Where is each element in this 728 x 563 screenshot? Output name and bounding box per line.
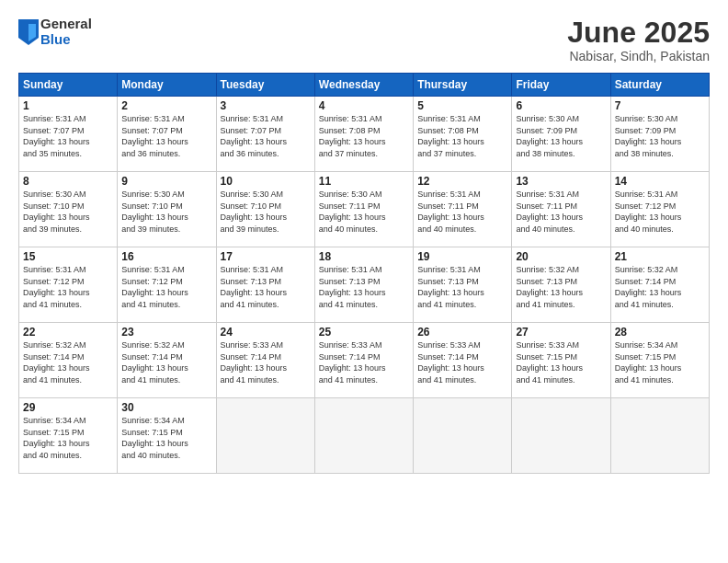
calendar-day-cell: 14Sunrise: 5:31 AMSunset: 7:12 PMDayligh… <box>610 172 709 247</box>
month-title: June 2025 <box>567 17 710 49</box>
day-number: 2 <box>121 99 211 112</box>
calendar-day-cell: 2Sunrise: 5:31 AMSunset: 7:07 PMDaylight… <box>118 97 216 172</box>
day-number: 11 <box>319 175 409 188</box>
day-info: Sunrise: 5:32 AMSunset: 7:14 PMDaylight:… <box>23 339 113 385</box>
day-number: 19 <box>417 250 507 263</box>
day-info: Sunrise: 5:31 AMSunset: 7:11 PMDaylight:… <box>516 189 606 235</box>
logo-text: General Blue <box>40 17 92 47</box>
day-number: 24 <box>221 326 311 339</box>
calendar-day-cell <box>216 398 314 474</box>
calendar-day-cell: 17Sunrise: 5:31 AMSunset: 7:13 PMDayligh… <box>216 247 314 323</box>
day-info: Sunrise: 5:31 AMSunset: 7:13 PMDaylight:… <box>221 264 311 310</box>
day-number: 5 <box>417 99 507 112</box>
day-number: 13 <box>516 175 606 188</box>
calendar-day-cell: 6Sunrise: 5:30 AMSunset: 7:09 PMDaylight… <box>512 97 610 172</box>
day-number: 27 <box>516 326 606 339</box>
day-info: Sunrise: 5:33 AMSunset: 7:15 PMDaylight:… <box>516 339 606 385</box>
day-info: Sunrise: 5:33 AMSunset: 7:14 PMDaylight:… <box>221 339 311 385</box>
calendar-day-cell <box>610 398 709 474</box>
calendar-day-cell: 3Sunrise: 5:31 AMSunset: 7:07 PMDaylight… <box>216 97 314 172</box>
day-info: Sunrise: 5:32 AMSunset: 7:14 PMDaylight:… <box>615 264 705 310</box>
logo: General Blue <box>18 17 92 47</box>
header: General Blue June 2025 Nabisar, Sindh, P… <box>18 17 710 63</box>
calendar-day-cell: 20Sunrise: 5:32 AMSunset: 7:13 PMDayligh… <box>512 247 610 323</box>
page: General Blue June 2025 Nabisar, Sindh, P… <box>0 0 728 563</box>
day-info: Sunrise: 5:30 AMSunset: 7:10 PMDaylight:… <box>221 189 311 235</box>
day-number: 30 <box>121 401 211 414</box>
location: Nabisar, Sindh, Pakistan <box>567 49 710 63</box>
calendar-day-cell: 7Sunrise: 5:30 AMSunset: 7:09 PMDaylight… <box>610 97 709 172</box>
day-number: 20 <box>516 250 606 263</box>
day-number: 3 <box>221 99 311 112</box>
calendar-day-cell: 8Sunrise: 5:30 AMSunset: 7:10 PMDaylight… <box>19 172 118 247</box>
calendar-day-cell: 15Sunrise: 5:31 AMSunset: 7:12 PMDayligh… <box>19 247 118 323</box>
day-number: 16 <box>121 250 211 263</box>
day-info: Sunrise: 5:31 AMSunset: 7:07 PMDaylight:… <box>221 113 311 159</box>
day-number: 18 <box>319 250 409 263</box>
day-info: Sunrise: 5:30 AMSunset: 7:10 PMDaylight:… <box>121 189 211 235</box>
day-info: Sunrise: 5:30 AMSunset: 7:10 PMDaylight:… <box>23 189 113 235</box>
calendar-week-row: 15Sunrise: 5:31 AMSunset: 7:12 PMDayligh… <box>19 247 710 323</box>
logo-icon <box>18 19 39 45</box>
day-info: Sunrise: 5:31 AMSunset: 7:12 PMDaylight:… <box>121 264 211 310</box>
col-friday: Friday <box>512 74 610 97</box>
day-number: 14 <box>615 175 705 188</box>
calendar-day-cell: 10Sunrise: 5:30 AMSunset: 7:10 PMDayligh… <box>216 172 314 247</box>
day-number: 6 <box>516 99 606 112</box>
day-info: Sunrise: 5:31 AMSunset: 7:07 PMDaylight:… <box>23 113 113 159</box>
day-number: 23 <box>121 326 211 339</box>
day-number: 21 <box>615 250 705 263</box>
col-tuesday: Tuesday <box>216 74 314 97</box>
col-thursday: Thursday <box>414 74 512 97</box>
day-number: 1 <box>23 99 113 112</box>
day-info: Sunrise: 5:34 AMSunset: 7:15 PMDaylight:… <box>23 415 113 461</box>
calendar-day-cell: 4Sunrise: 5:31 AMSunset: 7:08 PMDaylight… <box>314 97 413 172</box>
col-sunday: Sunday <box>19 74 118 97</box>
calendar-week-row: 22Sunrise: 5:32 AMSunset: 7:14 PMDayligh… <box>19 323 710 398</box>
calendar-day-cell: 26Sunrise: 5:33 AMSunset: 7:14 PMDayligh… <box>414 323 512 398</box>
day-number: 10 <box>221 175 311 188</box>
day-info: Sunrise: 5:31 AMSunset: 7:13 PMDaylight:… <box>319 264 409 310</box>
title-block: June 2025 Nabisar, Sindh, Pakistan <box>567 17 710 63</box>
calendar-day-cell: 30Sunrise: 5:34 AMSunset: 7:15 PMDayligh… <box>118 398 216 474</box>
col-monday: Monday <box>118 74 216 97</box>
calendar-day-cell: 28Sunrise: 5:34 AMSunset: 7:15 PMDayligh… <box>610 323 709 398</box>
day-info: Sunrise: 5:31 AMSunset: 7:07 PMDaylight:… <box>121 113 211 159</box>
calendar-day-cell: 12Sunrise: 5:31 AMSunset: 7:11 PMDayligh… <box>414 172 512 247</box>
day-info: Sunrise: 5:31 AMSunset: 7:12 PMDaylight:… <box>615 189 705 235</box>
day-number: 22 <box>23 326 113 339</box>
col-saturday: Saturday <box>610 74 709 97</box>
day-number: 8 <box>23 175 113 188</box>
calendar-day-cell: 1Sunrise: 5:31 AMSunset: 7:07 PMDaylight… <box>19 97 118 172</box>
day-number: 17 <box>221 250 311 263</box>
day-info: Sunrise: 5:33 AMSunset: 7:14 PMDaylight:… <box>417 339 507 385</box>
calendar-day-cell: 19Sunrise: 5:31 AMSunset: 7:13 PMDayligh… <box>414 247 512 323</box>
logo-general-text: General <box>40 17 92 32</box>
day-info: Sunrise: 5:34 AMSunset: 7:15 PMDaylight:… <box>121 415 211 461</box>
day-info: Sunrise: 5:30 AMSunset: 7:11 PMDaylight:… <box>319 189 409 235</box>
calendar-day-cell: 21Sunrise: 5:32 AMSunset: 7:14 PMDayligh… <box>610 247 709 323</box>
day-number: 7 <box>615 99 705 112</box>
calendar-day-cell: 18Sunrise: 5:31 AMSunset: 7:13 PMDayligh… <box>314 247 413 323</box>
calendar-week-row: 1Sunrise: 5:31 AMSunset: 7:07 PMDaylight… <box>19 97 710 172</box>
calendar-day-cell: 24Sunrise: 5:33 AMSunset: 7:14 PMDayligh… <box>216 323 314 398</box>
day-info: Sunrise: 5:32 AMSunset: 7:14 PMDaylight:… <box>121 339 211 385</box>
calendar-day-cell: 5Sunrise: 5:31 AMSunset: 7:08 PMDaylight… <box>414 97 512 172</box>
calendar-day-cell: 29Sunrise: 5:34 AMSunset: 7:15 PMDayligh… <box>19 398 118 474</box>
day-info: Sunrise: 5:31 AMSunset: 7:13 PMDaylight:… <box>417 264 507 310</box>
calendar-day-cell <box>314 398 413 474</box>
calendar-day-cell: 23Sunrise: 5:32 AMSunset: 7:14 PMDayligh… <box>118 323 216 398</box>
calendar-week-row: 29Sunrise: 5:34 AMSunset: 7:15 PMDayligh… <box>19 398 710 474</box>
day-number: 4 <box>319 99 409 112</box>
calendar-week-row: 8Sunrise: 5:30 AMSunset: 7:10 PMDaylight… <box>19 172 710 247</box>
calendar-day-cell: 27Sunrise: 5:33 AMSunset: 7:15 PMDayligh… <box>512 323 610 398</box>
calendar-day-cell <box>414 398 512 474</box>
day-info: Sunrise: 5:30 AMSunset: 7:09 PMDaylight:… <box>516 113 606 159</box>
day-number: 26 <box>417 326 507 339</box>
calendar-header-row: Sunday Monday Tuesday Wednesday Thursday… <box>19 74 710 97</box>
day-info: Sunrise: 5:31 AMSunset: 7:08 PMDaylight:… <box>417 113 507 159</box>
calendar-day-cell: 9Sunrise: 5:30 AMSunset: 7:10 PMDaylight… <box>118 172 216 247</box>
day-info: Sunrise: 5:32 AMSunset: 7:13 PMDaylight:… <box>516 264 606 310</box>
calendar-day-cell <box>512 398 610 474</box>
day-number: 12 <box>417 175 507 188</box>
